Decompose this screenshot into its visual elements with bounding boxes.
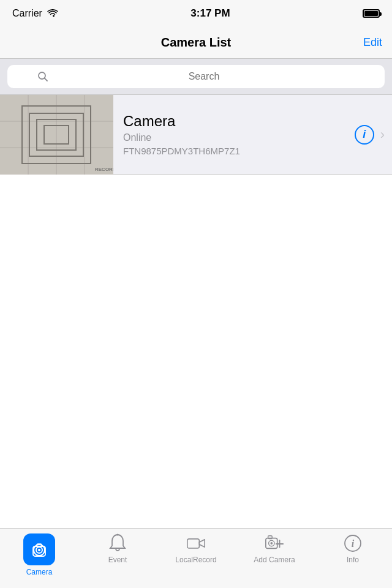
status-time: 3:17 PM (190, 7, 230, 20)
tab-camera[interactable]: Camera (0, 533, 78, 576)
video-icon (186, 535, 206, 552)
tab-event-label: Event (108, 556, 127, 564)
svg-point-15 (38, 549, 40, 551)
battery-icon (363, 9, 380, 18)
bell-icon (109, 533, 126, 553)
camera-status: Online (123, 132, 345, 143)
svg-text:RECORD: RECORD (95, 167, 113, 172)
camera-list: RECORD Camera Online FTN9875PDMY3TH6MP7Z… (0, 95, 392, 175)
tab-info[interactable]: i Info (314, 533, 392, 564)
search-bar[interactable] (7, 65, 385, 88)
camera-preview: RECORD (0, 95, 113, 175)
tab-add-camera-label: Add Camera (254, 556, 295, 564)
tab-bar: Camera Event LocalRecord (0, 528, 392, 588)
camera-icon (30, 541, 48, 558)
search-icon (37, 71, 48, 82)
add-camera-icon (265, 534, 284, 552)
page-title: Camera List (40, 36, 352, 50)
tab-camera-label: Camera (26, 568, 53, 576)
tab-event[interactable]: Event (78, 533, 157, 564)
search-container (0, 59, 392, 95)
camera-id: FTN9875PDMY3TH6MP7Z1 (123, 146, 345, 156)
camera-tab-icon (23, 533, 55, 565)
svg-rect-2 (0, 95, 113, 175)
camera-info: Camera Online FTN9875PDMY3TH6MP7Z1 (113, 105, 355, 164)
status-right (363, 9, 380, 18)
table-row[interactable]: RECORD Camera Online FTN9875PDMY3TH6MP7Z… (0, 95, 392, 175)
localrecord-tab-icon (186, 533, 206, 553)
nav-bar: Camera List Edit (0, 27, 392, 59)
status-bar: Carrier 3:17 PM (0, 0, 392, 27)
svg-point-18 (117, 534, 119, 536)
add-camera-tab-icon (265, 533, 284, 553)
tab-localrecord[interactable]: LocalRecord (157, 533, 235, 564)
status-left: Carrier (12, 8, 58, 19)
tab-localrecord-label: LocalRecord (175, 556, 216, 564)
svg-text:i: i (352, 538, 355, 549)
camera-thumbnail: RECORD (0, 95, 113, 175)
tab-add-camera[interactable]: Add Camera (235, 533, 314, 564)
wifi-icon (47, 9, 58, 18)
info-circle-icon: i (344, 534, 362, 552)
svg-point-22 (270, 542, 273, 545)
search-input[interactable] (53, 71, 355, 82)
chevron-right-icon: › (380, 127, 385, 143)
svg-rect-19 (187, 539, 200, 548)
camera-name: Camera (123, 113, 345, 130)
info-button[interactable]: i (355, 125, 374, 145)
event-tab-icon (108, 533, 127, 553)
tab-info-label: Info (347, 556, 359, 564)
svg-line-1 (44, 78, 47, 81)
camera-actions: i › (355, 125, 392, 145)
svg-rect-23 (268, 536, 273, 539)
info-tab-icon: i (343, 533, 363, 553)
edit-button[interactable]: Edit (352, 36, 382, 49)
carrier-label: Carrier (12, 8, 42, 19)
